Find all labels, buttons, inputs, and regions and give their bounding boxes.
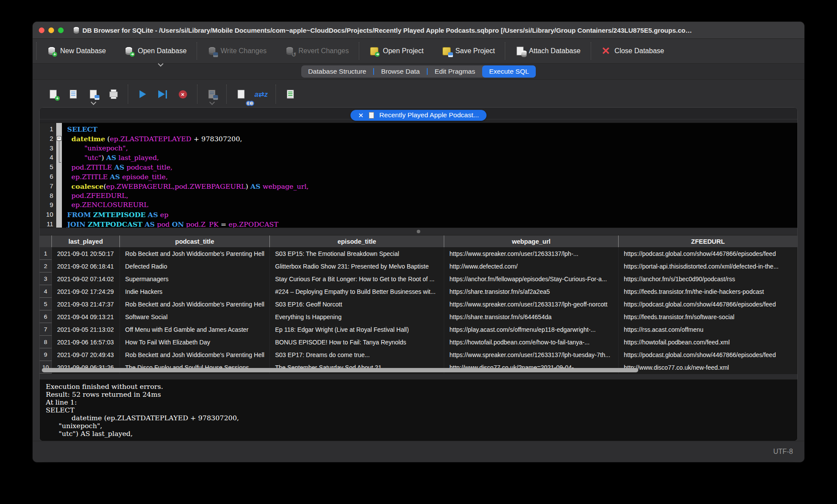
sql-file-tab[interactable]: ✕ Recently Played Apple Podcast... — [350, 110, 487, 121]
column-header-podcast-title[interactable]: podcast_title — [120, 235, 270, 247]
execute-all-button[interactable] — [133, 85, 153, 103]
table-cell: https://www.spreaker.com/user/12633137/l… — [444, 348, 619, 361]
title-bar[interactable]: DB Browser for SQLite - /Users/si/Librar… — [33, 22, 804, 39]
revert-changes-button: ↺ Revert Changes — [285, 46, 349, 56]
encoding-indicator[interactable]: UTF-8 — [773, 448, 793, 456]
minimize-window-button[interactable] — [48, 27, 54, 33]
results-body: 12021-09-01 20:50:17Rob Beckett and Josh… — [40, 247, 797, 374]
table-row[interactable]: 32021-09-02 07:14:02SupermanagersStay Cu… — [40, 272, 797, 285]
table-cell: 2021-09-05 21:13:02 — [52, 323, 120, 336]
row-number: 3 — [40, 272, 52, 285]
sql-document-icon — [369, 112, 374, 119]
tab-database-structure[interactable]: Database Structure — [301, 65, 374, 78]
find-button[interactable] — [231, 85, 251, 103]
table-row[interactable]: 22021-09-02 06:18:41Defected RadioGlitte… — [40, 260, 797, 272]
column-header-episode-title[interactable]: episode_title — [270, 235, 444, 247]
table-cell: https://share.transistor.fm/s/af2a2ea5 — [444, 285, 619, 298]
table-row[interactable]: 52021-09-03 21:47:37Rob Beckett and Josh… — [40, 298, 797, 310]
save-results-dropdown-chevron-icon — [209, 99, 215, 105]
zoom-window-button[interactable] — [58, 27, 64, 33]
attach-database-button[interactable]: Attach Database — [515, 46, 580, 56]
code-line[interactable]: JOIN ZMTPODCAST AS pod ON pod.Z_PK = ep.… — [67, 220, 797, 228]
column-header-zfeedurl[interactable]: ZFEEDURL — [619, 235, 797, 247]
table-row[interactable]: 92021-09-07 20:49:43Rob Beckett and Josh… — [40, 348, 797, 361]
table-cell: https://feeds.transistor.fm/software-soc… — [619, 310, 797, 323]
code-line[interactable]: ep.ZTITLE AS episode_title, — [67, 172, 797, 182]
table-cell: Indie Hackers — [120, 285, 270, 298]
column-header-webpage-url[interactable]: webpage_url — [444, 235, 619, 247]
save-sql-file-button[interactable] — [83, 85, 103, 103]
tab-edit-pragmas[interactable]: Edit Pragmas — [428, 65, 482, 78]
new-database-button[interactable]: + New Database — [47, 46, 106, 56]
close-window-button[interactable] — [39, 27, 44, 33]
tab-execute-sql[interactable]: Execute SQL — [482, 65, 536, 78]
code-line[interactable]: pod.ZTITLE AS podcast_title, — [67, 163, 797, 172]
execution-output: Execution finished without errors. Resul… — [40, 380, 797, 441]
line-number: 5 — [40, 163, 53, 172]
close-tab-icon[interactable]: ✕ — [358, 112, 364, 119]
code-line[interactable]: FROM ZMTEPISODE AS ep — [67, 210, 797, 220]
table-row[interactable]: 62021-09-04 09:13:21Software SocialEvery… — [40, 310, 797, 323]
line-number: 3 — [40, 144, 53, 153]
print-button[interactable] — [103, 85, 123, 103]
code-line[interactable]: pod.ZFEEDURL, — [67, 191, 797, 201]
line-number: 2 — [40, 134, 53, 144]
table-cell: Glitterbox Radio Show 231: Presented by … — [270, 260, 444, 272]
save-sql-dropdown-chevron-icon[interactable] — [91, 99, 96, 105]
code-line[interactable]: "unixepoch", — [67, 144, 797, 153]
line-number: 4 — [40, 153, 53, 163]
row-number: 2 — [40, 260, 52, 272]
execute-line-icon — [158, 90, 165, 98]
tab-browse-data[interactable]: Browse Data — [374, 65, 427, 78]
close-database-button[interactable]: ✕ Close Database — [601, 46, 664, 56]
column-header-last-played[interactable]: last_played — [52, 235, 120, 247]
code-line[interactable]: coalesce(ep.ZWEBPAGEURL,pod.ZWEBPAGEURL)… — [67, 182, 797, 191]
line-number: 10 — [40, 210, 53, 220]
code-line[interactable]: ep.ZENCLOSUREURL — [67, 201, 797, 210]
fold-collapse-icon[interactable]: − — [57, 136, 61, 141]
save-project-icon — [442, 46, 452, 56]
execute-sql-panel: ✕ Recently Played Apple Podcast... 12345… — [39, 107, 798, 441]
table-cell: Rob Beckett and Josh Widdicombe's Parent… — [120, 348, 270, 361]
table-cell: https://portal-api.thisisdistorted.com/x… — [619, 260, 797, 272]
table-horizontal-scrollbar[interactable] — [42, 368, 638, 372]
code-fold-gutter[interactable]: − — [56, 123, 62, 228]
show-log-button[interactable] — [280, 85, 300, 103]
stop-button[interactable]: × — [173, 85, 193, 103]
table-cell: S03 EP17: Dreams do come true... — [270, 348, 444, 361]
sql-code-area[interactable]: SELECT datetime (ep.ZLASTDATEPLAYED + 97… — [62, 123, 797, 228]
table-cell: 2021-09-02 07:14:02 — [52, 272, 120, 285]
table-cell: Off Menu with Ed Gamble and James Acaste… — [120, 323, 270, 336]
format-sql-button[interactable]: a⇄z — [251, 85, 271, 103]
open-project-icon: ➜ — [369, 46, 379, 56]
editor-results-splitter[interactable] — [40, 228, 797, 235]
results-output-splitter[interactable] — [40, 374, 797, 380]
sql-toolbar-separator — [128, 85, 128, 104]
table-cell: Everything Is Happening — [270, 310, 444, 323]
sql-editor[interactable]: 1234567891011 − SELECT datetime (ep.ZLAS… — [40, 123, 797, 228]
open-project-button[interactable]: ➜ Open Project — [369, 46, 423, 56]
row-number: 6 — [40, 310, 52, 323]
status-bar: UTF-8 — [33, 441, 804, 462]
row-number: 4 — [40, 285, 52, 298]
show-log-icon — [287, 90, 294, 99]
row-number: 5 — [40, 298, 52, 310]
open-database-button[interactable]: ➜ Open Database — [124, 46, 187, 56]
save-project-button[interactable]: Save Project — [442, 46, 495, 56]
table-row[interactable]: 42021-09-02 17:24:29Indie Hackers#224 – … — [40, 285, 797, 298]
view-tab-row: Database Structure Browse Data Edit Prag… — [33, 64, 804, 80]
new-sql-tab-button[interactable]: + — [43, 85, 63, 103]
execute-line-button[interactable] — [153, 85, 173, 103]
revert-changes-label: Revert Changes — [299, 47, 349, 55]
code-line[interactable]: "utc") AS last_played, — [67, 153, 797, 163]
open-sql-file-button[interactable] — [63, 85, 83, 103]
table-row[interactable]: 72021-09-05 21:13:02Off Menu with Ed Gam… — [40, 323, 797, 336]
table-cell: Supermanagers — [120, 272, 270, 285]
code-line[interactable]: datetime (ep.ZLASTDATEPLAYED + 978307200… — [67, 134, 797, 144]
table-cell: S03 EP16: Geoff Norcott — [270, 298, 444, 310]
code-line[interactable]: SELECT — [67, 125, 797, 134]
table-row[interactable]: 12021-09-01 20:50:17Rob Beckett and Josh… — [40, 247, 797, 260]
line-number: 1 — [40, 125, 53, 134]
table-row[interactable]: 82021-09-06 16:57:03How To Fail With Eli… — [40, 336, 797, 348]
table-cell: 2021-09-02 06:18:41 — [52, 260, 120, 272]
